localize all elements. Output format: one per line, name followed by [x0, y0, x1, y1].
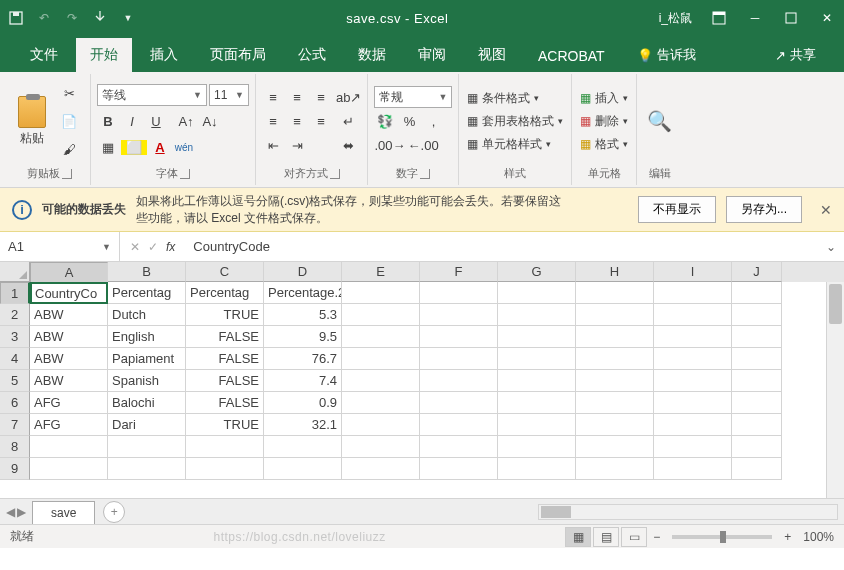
formula-input[interactable]: CountryCode [185, 239, 818, 254]
cell[interactable] [342, 348, 420, 370]
qat-dropdown-icon[interactable]: ▼ [120, 10, 136, 26]
comma-icon[interactable]: , [422, 110, 444, 132]
underline-button[interactable]: U [145, 110, 167, 132]
cell[interactable]: FALSE [186, 392, 264, 414]
ribbon-options-icon[interactable] [710, 9, 728, 27]
font-name-select[interactable]: 等线▼ [97, 84, 207, 106]
cell[interactable] [498, 458, 576, 480]
cell[interactable]: Percentag [186, 282, 264, 304]
cell[interactable] [654, 414, 732, 436]
cell[interactable]: Spanish [108, 370, 186, 392]
cell[interactable] [186, 458, 264, 480]
cell[interactable] [264, 458, 342, 480]
col-header-b[interactable]: B [108, 262, 186, 282]
tell-me[interactable]: 💡告诉我 [623, 38, 710, 72]
tab-acrobat[interactable]: ACROBAT [524, 40, 619, 72]
fill-color-button[interactable]: ⬜ [121, 136, 147, 158]
cell[interactable] [732, 348, 782, 370]
align-left-icon[interactable]: ≡ [262, 110, 284, 132]
name-box[interactable]: A1▼ [0, 232, 120, 261]
tab-data[interactable]: 数据 [344, 38, 400, 72]
cell[interactable]: 76.7 [264, 348, 342, 370]
cell[interactable] [576, 326, 654, 348]
clipboard-dialog-icon[interactable] [62, 169, 72, 179]
cell[interactable] [732, 304, 782, 326]
cell[interactable] [108, 458, 186, 480]
decrease-font-icon[interactable]: A↓ [199, 110, 221, 132]
cell[interactable] [654, 436, 732, 458]
col-header-f[interactable]: F [420, 262, 498, 282]
cell[interactable]: FALSE [186, 326, 264, 348]
wrap-text-icon[interactable]: ↵ [336, 110, 361, 132]
cell[interactable] [420, 326, 498, 348]
cell[interactable] [732, 326, 782, 348]
cell[interactable] [108, 436, 186, 458]
cell[interactable]: ABW [30, 326, 108, 348]
cell[interactable]: FALSE [186, 370, 264, 392]
row-header[interactable]: 9 [0, 458, 30, 480]
cell[interactable] [654, 282, 732, 304]
sheet-nav-prev-icon[interactable]: ◀ [6, 505, 15, 519]
cell[interactable] [576, 436, 654, 458]
cell[interactable] [420, 436, 498, 458]
row-header[interactable]: 7 [0, 414, 30, 436]
dismiss-button[interactable]: 不再显示 [638, 196, 716, 223]
phonetic-button[interactable]: wén [173, 136, 195, 158]
normal-view-icon[interactable]: ▦ [565, 527, 591, 547]
tab-insert[interactable]: 插入 [136, 38, 192, 72]
cell[interactable] [186, 436, 264, 458]
cell[interactable] [498, 370, 576, 392]
decrease-indent-icon[interactable]: ⇤ [262, 134, 284, 156]
select-all-corner[interactable] [0, 262, 30, 282]
copy-icon[interactable]: 📄 [58, 110, 80, 132]
cell[interactable]: 0.9 [264, 392, 342, 414]
cell[interactable] [342, 304, 420, 326]
share-button[interactable]: ↗共享 [763, 38, 828, 72]
cell[interactable] [420, 282, 498, 304]
cell[interactable]: ABW [30, 348, 108, 370]
italic-button[interactable]: I [121, 110, 143, 132]
cell[interactable] [420, 370, 498, 392]
undo-icon[interactable]: ↶ [36, 10, 52, 26]
cell[interactable] [498, 304, 576, 326]
align-bottom-icon[interactable]: ≡ [310, 86, 332, 108]
cell[interactable] [498, 414, 576, 436]
format-painter-icon[interactable]: 🖌 [58, 138, 80, 160]
cell[interactable] [342, 282, 420, 304]
zoom-value[interactable]: 100% [797, 530, 834, 544]
cell[interactable]: TRUE [186, 414, 264, 436]
table-format-button[interactable]: ▦套用表格格式▾ [465, 111, 565, 132]
cell[interactable] [498, 282, 576, 304]
font-color-button[interactable]: A [149, 136, 171, 158]
cell[interactable] [732, 282, 782, 304]
message-close-icon[interactable]: ✕ [820, 202, 832, 218]
currency-icon[interactable]: 💱 [374, 110, 396, 132]
cell[interactable]: AFG [30, 392, 108, 414]
page-break-view-icon[interactable]: ▭ [621, 527, 647, 547]
zoom-in-icon[interactable]: + [780, 530, 795, 544]
user-name[interactable]: i_松鼠 [659, 10, 692, 27]
cell[interactable] [732, 458, 782, 480]
cell[interactable]: 32.1 [264, 414, 342, 436]
cell[interactable] [732, 370, 782, 392]
cell[interactable] [654, 326, 732, 348]
cell[interactable]: Dari [108, 414, 186, 436]
cell[interactable] [420, 458, 498, 480]
fx-icon[interactable]: fx [166, 240, 175, 254]
col-header-i[interactable]: I [654, 262, 732, 282]
minimize-icon[interactable]: ─ [746, 9, 764, 27]
find-button[interactable]: 🔍 [643, 107, 676, 135]
sheet-nav-next-icon[interactable]: ▶ [17, 505, 26, 519]
insert-cells-button[interactable]: ▦插入▾ [578, 88, 630, 109]
tab-view[interactable]: 视图 [464, 38, 520, 72]
cell[interactable] [498, 436, 576, 458]
cell[interactable] [420, 304, 498, 326]
row-header[interactable]: 4 [0, 348, 30, 370]
align-right-icon[interactable]: ≡ [310, 110, 332, 132]
zoom-slider[interactable] [672, 535, 772, 539]
bold-button[interactable]: B [97, 110, 119, 132]
cell[interactable] [420, 392, 498, 414]
col-header-j[interactable]: J [732, 262, 782, 282]
row-header[interactable]: 8 [0, 436, 30, 458]
touch-mode-icon[interactable] [92, 10, 108, 26]
